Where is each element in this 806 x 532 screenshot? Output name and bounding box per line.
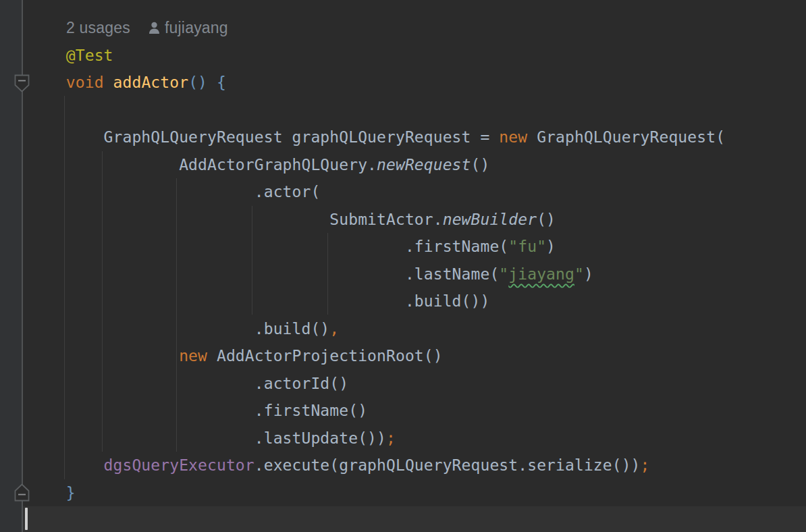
code-token: .build() (28, 320, 329, 338)
code-token (104, 74, 113, 91)
code-token: "fu" (508, 238, 546, 255)
code-token: AddActorGraphQLQuery. (28, 156, 377, 174)
caret-line-highlight (23, 506, 806, 532)
code-token: @Test (66, 47, 113, 64)
code-token: .lastName( (28, 265, 499, 283)
code-line[interactable]: .actor( (0, 178, 806, 206)
code-line[interactable]: GraphQLQueryRequest graphQLQueryRequest … (0, 124, 806, 151)
code-line[interactable]: .firstName() (0, 397, 806, 425)
code-token: .actorId() (28, 375, 348, 392)
code-token (28, 47, 66, 64)
fold-region-end-marker[interactable] (14, 483, 30, 502)
code-token: dgsQueryExecutor (104, 456, 254, 474)
code-line[interactable]: @Test (0, 42, 806, 70)
code-line[interactable]: .lastUpdate()); (0, 425, 806, 452)
code-token: } (66, 484, 76, 502)
code-token: ; (641, 456, 650, 474)
code-line[interactable]: .build(), (0, 315, 806, 343)
code-token (28, 347, 179, 365)
code-token: () (471, 156, 490, 174)
code-token: ) (546, 238, 556, 255)
code-token: " (574, 265, 584, 283)
code-token: SubmitActor. (28, 211, 443, 228)
code-line[interactable]: .build()) (0, 288, 806, 315)
code-token: addActor (113, 74, 189, 91)
code-token: newBuilder (443, 211, 537, 228)
code-token: .lastUpdate()) (28, 429, 386, 447)
code-line[interactable]: dgsQueryExecutor.execute(graphQLQueryReq… (0, 452, 806, 479)
code-token (28, 456, 104, 474)
user-icon (148, 22, 161, 34)
code-token: .execute(graphQLQueryRequest.serialize()… (254, 456, 641, 474)
code-token: .firstName() (28, 402, 367, 419)
code-line[interactable]: SubmitActor.newBuilder() (0, 206, 806, 234)
code-line[interactable]: .lastName("jiayang") (0, 261, 806, 288)
code-line[interactable]: .firstName("fu") (0, 233, 806, 261)
code-editor[interactable]: 2 usages fujiayang @Test void addActor()… (0, 14, 806, 506)
code-token (28, 484, 66, 502)
code-token: void (66, 74, 104, 91)
text-caret (25, 508, 28, 530)
code-token: jiayang (508, 265, 574, 283)
code-line[interactable]: new AddActorProjectionRoot() (0, 342, 806, 370)
code-token: GraphQLQueryRequest graphQLQueryRequest … (28, 128, 499, 146)
code-token: new (179, 347, 207, 365)
code-line[interactable] (0, 97, 806, 124)
code-token: " (499, 265, 508, 283)
author-hint-label: fujiayang (165, 14, 228, 42)
code-token: AddActorProjectionRoot() (207, 347, 443, 365)
author-hint[interactable]: fujiayang (148, 14, 228, 42)
code-token: .firstName( (28, 238, 508, 255)
code-token: .actor( (28, 183, 320, 201)
code-token: , (329, 320, 339, 338)
code-token: new (499, 128, 527, 146)
inlay-hint-line: 2 usages fujiayang (0, 14, 806, 42)
code-token: ; (386, 429, 396, 447)
code-token: () (537, 211, 556, 228)
code-line[interactable]: AddActorGraphQLQuery.newRequest() (0, 151, 806, 179)
code-token: ) (584, 265, 593, 283)
code-token: () { (188, 74, 226, 91)
code-line[interactable]: void addActor() { (0, 69, 806, 97)
usages-hint[interactable]: 2 usages (66, 14, 130, 42)
code-line[interactable]: .actorId() (0, 370, 806, 398)
code-line[interactable]: } (0, 479, 806, 507)
code-token: newRequest (377, 156, 471, 174)
code-token: GraphQLQueryRequest( (527, 128, 725, 146)
code-token: .build()) (28, 292, 489, 310)
code-token (28, 74, 66, 91)
fold-region-start-marker[interactable] (14, 74, 30, 92)
